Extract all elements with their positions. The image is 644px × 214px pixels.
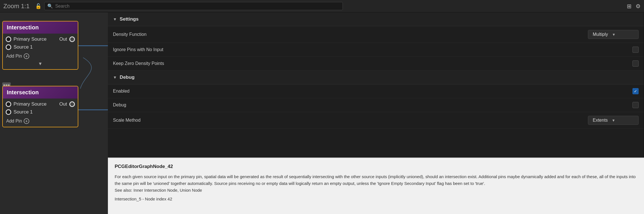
top-bar-right: ⊞ ⚙ [627, 3, 641, 10]
debug-label: Debug [113, 102, 632, 108]
pin-label-source1-bottom: Source 1 [14, 109, 75, 115]
node-body-bottom: Primary Source Out Source 1 Add Pin + [3, 99, 78, 127]
enabled-checkbox[interactable]: ✓ [632, 88, 639, 94]
pin-row-primary-source-bottom: Primary Source Out [6, 101, 75, 107]
out-circle-bottom[interactable] [69, 101, 75, 107]
add-pin-label-bottom: Add Pin [6, 119, 22, 124]
expand-chevron-icon: ▼ [38, 61, 43, 66]
out-circle[interactable] [69, 36, 75, 42]
tooltip-panel: PCGEditorGraphNode_42 For each given sou… [108, 158, 644, 214]
pin-row-source1: Source 1 [6, 44, 75, 50]
pin-out-label-bottom: Out [59, 101, 67, 107]
keep-zero-label: Keep Zero Density Points [113, 61, 632, 66]
density-function-row: Density Function Multiply ▼ [108, 26, 644, 43]
pin-circle-primary-source[interactable] [6, 36, 11, 42]
settings-section-chevron: ▼ [113, 17, 117, 21]
ignore-pins-label: Ignore Pins with No Input [113, 47, 632, 52]
add-pin-row-bottom[interactable]: Add Pin + [6, 117, 75, 125]
pin-circle-primary-source-bottom[interactable] [6, 101, 11, 107]
pin-row-source1-bottom: Source 1 [6, 109, 75, 115]
checkmark-icon: ✓ [634, 89, 637, 93]
density-function-value: Multiply [593, 32, 608, 37]
debug-section-title: Debug [120, 75, 135, 80]
enabled-row: Enabled ✓ [108, 84, 644, 98]
lock-icon[interactable]: 🔓 [35, 3, 41, 9]
pin-label-primary-source: Primary Source [14, 36, 57, 42]
node-card-bottom: Intersection Primary Source Out Source 1 [2, 86, 78, 127]
settings-section-title: Settings [120, 16, 139, 22]
top-bar: Zoom 1:1 🔓 🔍 ⊞ ⚙ [0, 0, 644, 12]
pin-label-source1: Source 1 [14, 44, 75, 50]
scale-method-label: Scale Method [113, 118, 588, 123]
node-title-top: Intersection [7, 24, 39, 30]
node-header-top: Intersection [3, 21, 78, 34]
scale-method-row: Scale Method Extents ▼ [108, 112, 644, 129]
grid-icon[interactable]: ⊞ [627, 3, 632, 10]
density-function-chevron-icon: ▼ [612, 32, 616, 37]
search-icon: 🔍 [47, 3, 53, 9]
tooltip-description: For each given source input on the prima… [115, 173, 637, 194]
add-pin-circle-bottom[interactable]: + [24, 118, 29, 124]
scale-method-value: Extents [593, 118, 608, 123]
density-function-label: Density Function [113, 32, 588, 37]
node-title-bottom: Intersection [7, 89, 39, 95]
debug-checkbox[interactable] [632, 102, 639, 108]
tooltip-node-id: PCGEditorGraphNode_42 [115, 164, 637, 169]
main-content: Intersection Primary Source Out Source 1 [0, 12, 644, 214]
ignore-pins-row: Ignore Pins with No Input [108, 43, 644, 57]
search-input[interactable] [55, 4, 340, 9]
canvas-area: Intersection Primary Source Out Source 1 [0, 12, 108, 214]
enabled-label: Enabled [113, 89, 632, 94]
settings-section-header[interactable]: ▼ Settings [108, 12, 644, 26]
density-function-dropdown[interactable]: Multiply ▼ [588, 30, 639, 39]
scale-method-chevron-icon: ▼ [612, 118, 615, 123]
tooltip-footer: Intersection_5 - Node index 42 [115, 196, 637, 201]
debug-row: Debug [108, 98, 644, 112]
pin-row-primary-source: Primary Source Out [6, 36, 75, 42]
add-pin-circle[interactable]: + [24, 53, 29, 59]
search-bar: 🔍 [44, 2, 343, 10]
add-pin-label: Add Pin [6, 54, 22, 59]
pin-label-primary-source-bottom: Primary Source [14, 101, 57, 107]
keep-zero-checkbox[interactable] [632, 60, 639, 67]
ignore-pins-checkbox[interactable] [632, 47, 639, 53]
zoom-label: Zoom 1:1 [3, 3, 30, 10]
settings-panel: ▼ Settings Density Function Multiply ▼ I… [108, 12, 644, 158]
scale-method-dropdown[interactable]: Extents ▼ [588, 116, 639, 125]
node-body-top: Primary Source Out Source 1 Add Pin + ▼ [3, 34, 78, 69]
right-panel: ▼ Settings Density Function Multiply ▼ I… [108, 12, 644, 214]
debug-section-chevron: ▼ [113, 75, 117, 80]
add-pin-row[interactable]: Add Pin + [6, 52, 75, 60]
node-header-bottom: Intersection [3, 86, 78, 99]
chevron-row[interactable]: ▼ [6, 60, 75, 67]
keep-zero-row: Keep Zero Density Points [108, 57, 644, 71]
node-card-top: Intersection Primary Source Out Source 1 [2, 21, 78, 70]
debug-section-header[interactable]: ▼ Debug [108, 71, 644, 84]
pin-out-label: Out [59, 36, 67, 42]
pin-circle-source1-bottom[interactable] [6, 109, 11, 115]
pin-circle-source1[interactable] [6, 44, 11, 50]
settings-icon[interactable]: ⚙ [636, 3, 641, 10]
